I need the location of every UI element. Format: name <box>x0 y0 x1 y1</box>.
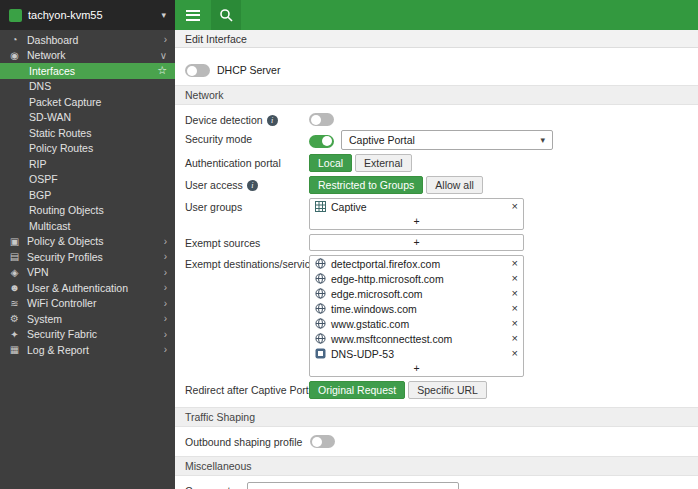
sidebar-item-security-fabric[interactable]: ✦ Security Fabric › <box>0 327 175 343</box>
remove-icon[interactable]: × <box>512 318 518 329</box>
exempt-destination-name: DNS-UDP-53 <box>331 348 394 360</box>
exempt-destinations-list: detectportal.firefox.com × edge-http.mic… <box>309 255 524 377</box>
sidebar-item-label: Dashboard <box>27 34 78 46</box>
user-icon: ☻ <box>8 282 21 293</box>
security-mode-toggle[interactable] <box>309 135 334 148</box>
remove-icon[interactable]: × <box>512 273 518 284</box>
page-title-bar: Edit Interface <box>175 30 698 48</box>
user-access-allow-all-button[interactable]: Allow all <box>426 176 483 194</box>
sidebar-item-wifi-controller[interactable]: ≋ WiFi Controller › <box>0 296 175 312</box>
sidebar-item-log-report[interactable]: ▦ Log & Report › <box>0 342 175 358</box>
policy-objects-icon: ▣ <box>8 236 21 247</box>
fqdn-icon <box>315 303 326 314</box>
redirect-label: Redirect after Captive Portal <box>185 384 317 396</box>
user-group-name: Captive <box>331 201 367 213</box>
fqdn-icon <box>315 288 326 299</box>
sidebar-item-routing-objects[interactable]: Routing Objects <box>0 203 175 219</box>
fortigate-logo-icon <box>9 9 22 22</box>
redirect-original-request-button[interactable]: Original Request <box>309 381 405 399</box>
security-mode-select[interactable]: Captive Portal ▾ <box>341 130 553 150</box>
remove-icon[interactable]: × <box>512 258 518 269</box>
sidebar-item-ospf[interactable]: OSPF <box>0 172 175 188</box>
redirect-specific-url-button[interactable]: Specific URL <box>408 381 487 399</box>
auth-portal-external-button[interactable]: External <box>355 154 412 172</box>
sidebar-item-label: Interfaces <box>29 65 75 77</box>
sidebar-item-interfaces[interactable]: Interfaces ☆ <box>0 63 175 79</box>
sidebar-item-label: Packet Capture <box>29 96 101 108</box>
sidebar-item-security-profiles[interactable]: ▤ Security Profiles › <box>0 249 175 265</box>
main-panel: Edit Interface DHCP Server Network Devic… <box>175 0 698 489</box>
page-title: Edit Interface <box>185 33 247 45</box>
auth-portal-local-button[interactable]: Local <box>309 154 352 172</box>
sidebar-item-label: Network <box>27 49 66 61</box>
list-item: www.gstatic.com × <box>310 316 523 331</box>
sidebar-item-network[interactable]: ◉ Network ∨ <box>0 48 175 64</box>
security-fabric-icon: ✦ <box>8 329 21 340</box>
device-detection-toggle[interactable] <box>309 113 334 126</box>
hostname-dropdown[interactable]: tachyon-kvm55 ▾ <box>0 0 175 30</box>
remove-icon[interactable]: × <box>512 348 518 359</box>
network-icon: ◉ <box>8 50 21 61</box>
fqdn-icon <box>315 258 326 269</box>
edit-interface-form: DHCP Server Network Device detection i S… <box>175 48 698 489</box>
fqdn-icon <box>315 273 326 284</box>
exempt-sources-list: + <box>309 234 524 251</box>
remove-icon[interactable]: × <box>512 288 518 299</box>
sidebar-item-sd-wan[interactable]: SD-WAN <box>0 110 175 126</box>
sidebar-item-label: Routing Objects <box>29 204 104 216</box>
sidebar-item-vpn[interactable]: ◈ VPN › <box>0 265 175 281</box>
search-icon[interactable] <box>211 0 241 30</box>
info-icon[interactable]: i <box>247 180 258 191</box>
log-report-icon: ▦ <box>8 344 21 355</box>
sidebar-item-dashboard[interactable]: ◔ Dashboard › <box>0 32 175 48</box>
add-exempt-destination-button[interactable]: + <box>310 361 523 376</box>
remove-icon[interactable]: × <box>512 333 518 344</box>
fqdn-icon <box>315 318 326 329</box>
list-item: detectportal.firefox.com × <box>310 256 523 271</box>
sidebar-item-label: User & Authentication <box>27 282 128 294</box>
sidebar-item-label: OSPF <box>29 173 58 185</box>
sidebar-item-label: SD-WAN <box>29 111 71 123</box>
remove-icon[interactable]: × <box>512 201 518 212</box>
list-item: www.msftconnecttest.com × <box>310 331 523 346</box>
add-user-group-button[interactable]: + <box>310 214 523 229</box>
chevron-right-icon: › <box>164 344 167 355</box>
sidebar-item-policy-routes[interactable]: Policy Routes <box>0 141 175 157</box>
info-icon[interactable]: i <box>267 115 278 126</box>
sidebar-item-multicast[interactable]: Multicast <box>0 218 175 234</box>
comments-label: Comments <box>185 485 236 489</box>
sidebar-item-label: BGP <box>29 189 51 201</box>
chevron-right-icon: › <box>164 329 167 340</box>
app-window: tachyon-kvm55 ▾ ◔ Dashboard › ◉ Network … <box>0 0 698 489</box>
list-item: edge.microsoft.com × <box>310 286 523 301</box>
exempt-destination-name: edge-http.microsoft.com <box>331 273 444 285</box>
sidebar-item-packet-capture[interactable]: Packet Capture <box>0 94 175 110</box>
sidebar-item-label: WiFi Controller <box>27 297 96 309</box>
remove-icon[interactable]: × <box>512 303 518 314</box>
user-access-restricted-button[interactable]: Restricted to Groups <box>309 176 423 194</box>
sidebar-item-label: Log & Report <box>27 344 89 356</box>
sidebar-item-static-routes[interactable]: Static Routes <box>0 125 175 141</box>
add-exempt-source-button[interactable]: + <box>310 235 523 250</box>
list-item: edge-http.microsoft.com × <box>310 271 523 286</box>
dhcp-server-toggle[interactable] <box>185 64 210 77</box>
sidebar-item-label: Policy & Objects <box>27 235 103 247</box>
dashboard-icon: ◔ <box>8 34 21 45</box>
sidebar-item-user-authentication[interactable]: ☻ User & Authentication › <box>0 280 175 296</box>
user-access-label: User access <box>185 179 243 191</box>
sidebar-item-policy-objects[interactable]: ▣ Policy & Objects › <box>0 234 175 250</box>
device-detection-label: Device detection <box>185 114 263 126</box>
sidebar-item-label: Security Profiles <box>27 251 103 263</box>
sidebar-item-rip[interactable]: RIP <box>0 156 175 172</box>
sidebar-item-dns[interactable]: DNS <box>0 79 175 95</box>
favorite-star-icon[interactable]: ☆ <box>157 64 167 77</box>
outbound-shaping-profile-toggle[interactable] <box>310 435 335 448</box>
menu-icon[interactable] <box>175 0 211 30</box>
fqdn-icon <box>315 333 326 344</box>
sidebar-item-label: Security Fabric <box>27 328 97 340</box>
exempt-destination-name: www.msftconnecttest.com <box>331 333 452 345</box>
sidebar-item-system[interactable]: ⚙ System › <box>0 311 175 327</box>
user-group-icon <box>315 201 326 212</box>
sidebar-item-bgp[interactable]: BGP <box>0 187 175 203</box>
comments-input[interactable] <box>247 482 459 489</box>
